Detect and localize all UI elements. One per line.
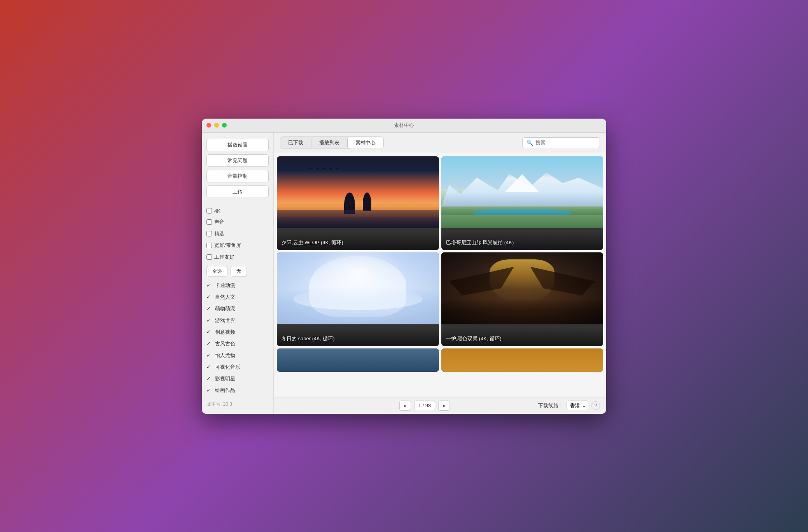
filter-featured[interactable]: 精选 <box>206 229 269 238</box>
grid-item-label-mountain: 巴塔哥尼亚山脉,风景航拍 (4K) <box>441 231 603 250</box>
grid-item-thumbnail-darkwings <box>441 252 603 324</box>
category-pets[interactable]: ✓ 萌物萌宠 <box>206 304 269 313</box>
select-all-button[interactable]: 全选 <box>206 266 227 276</box>
grid-item-sunset[interactable]: ✦ ✦ ✦ ✦ ✦ 夕阳,云虫,WLOP (4K, 循环) <box>277 156 439 250</box>
top-bar: 已下载 播放列表 素材中心 🔍 <box>274 133 606 153</box>
filter-sound[interactable]: 声音 <box>206 218 269 226</box>
playback-settings-button[interactable]: 播放设置 <box>206 139 269 151</box>
category-cartoon[interactable]: ✓ 卡通动漫 <box>206 281 269 290</box>
check-icon: ✓ <box>206 341 213 346</box>
partial-thumbnail-2 <box>441 348 603 372</box>
window-controls <box>206 123 227 128</box>
main-content: 播放设置 常见问题 音量控制 上传 4K 声音 精选 宽屏/带鱼屏 <box>202 133 606 414</box>
category-film[interactable]: ✓ 影视明星 <box>206 374 269 383</box>
help-button[interactable]: ? <box>591 401 600 410</box>
category-beauty[interactable]: ✓ 怡人尤物 <box>206 351 269 360</box>
download-line: 下载线路： 香港 ? <box>538 401 600 410</box>
pagination: « 1 / 98 » <box>399 401 450 411</box>
partial-thumbnail-1 <box>277 348 439 372</box>
titlebar: 素材中心 <box>202 119 606 133</box>
minimize-button[interactable] <box>214 123 219 128</box>
category-creative[interactable]: ✓ 创意视频 <box>206 328 269 336</box>
filter-4k[interactable]: 4K <box>206 207 269 215</box>
check-icon: ✓ <box>206 364 213 370</box>
grid-item-thumbnail-mountain <box>441 156 603 228</box>
bottom-bar: « 1 / 98 » 下载线路： 香港 ? <box>274 397 606 414</box>
select-buttons: 全选 无 <box>206 266 269 276</box>
dress-layer <box>293 288 423 310</box>
download-location-select[interactable]: 香港 <box>567 401 588 410</box>
check-icon: ✓ <box>206 294 213 300</box>
grid-item-partial-2[interactable] <box>441 348 603 372</box>
main-window: 素材中心 播放设置 常见问题 音量控制 上传 4K 声音 精选 宽 <box>202 119 606 414</box>
filter-4k-checkbox[interactable] <box>206 208 212 214</box>
grass-layer <box>441 215 603 228</box>
grid-item-partial-1[interactable] <box>277 348 439 372</box>
check-icon: ✓ <box>206 387 213 393</box>
page-info: 1 / 98 <box>414 401 435 410</box>
maximize-button[interactable] <box>222 123 227 128</box>
download-label: 下载线路： <box>538 402 563 409</box>
filter-sound-checkbox[interactable] <box>206 219 212 225</box>
filter-widescreen-checkbox[interactable] <box>206 243 212 248</box>
prev-page-button[interactable]: « <box>399 401 411 411</box>
next-page-button[interactable]: » <box>438 401 450 411</box>
grid-item-label-princess: 冬日的 saber (4K, 循环) <box>277 327 439 346</box>
grid-item-darkwings[interactable]: 一护,黑色双翼 (4K, 循环) <box>441 252 603 346</box>
filter-widescreen[interactable]: 宽屏/带鱼屏 <box>206 241 269 250</box>
birds-decoration: ✦ ✦ ✦ ✦ ✦ <box>309 167 340 170</box>
filter-work-friendly[interactable]: 工作友好 <box>206 253 269 261</box>
grid-item-label-sunset: 夕阳,云虫,WLOP (4K, 循环) <box>277 231 439 250</box>
volume-control-button[interactable]: 音量控制 <box>206 170 269 182</box>
search-icon: 🔍 <box>526 140 533 146</box>
grid-item-label-darkwings: 一护,黑色双翼 (4K, 循环) <box>441 327 603 346</box>
version-label: 版本号: 20.3 <box>206 398 269 408</box>
check-icon: ✓ <box>206 306 213 312</box>
search-bar: 🔍 <box>522 137 600 148</box>
category-music-visual[interactable]: ✓ 可视化音乐 <box>206 363 269 371</box>
faq-button[interactable]: 常见问题 <box>206 154 269 167</box>
grid-item-thumbnail-princess <box>277 252 439 324</box>
check-icon: ✓ <box>206 329 213 335</box>
category-painting[interactable]: ✓ 绘画作品 <box>206 386 269 395</box>
filter-work-friendly-checkbox[interactable] <box>206 254 212 260</box>
select-none-button[interactable]: 无 <box>231 266 247 276</box>
category-ancient[interactable]: ✓ 古风古色 <box>206 340 269 348</box>
grid-item-thumbnail-sunset: ✦ ✦ ✦ ✦ ✦ <box>277 156 439 228</box>
category-gaming[interactable]: ✓ 游戏世界 <box>206 316 269 325</box>
close-button[interactable] <box>206 123 211 128</box>
tab-group: 已下载 播放列表 素材中心 <box>280 136 384 149</box>
check-icon: ✓ <box>206 317 213 323</box>
figure-2 <box>363 192 371 211</box>
filter-featured-checkbox[interactable] <box>206 231 212 236</box>
fence-decoration <box>277 210 439 228</box>
tab-playlist[interactable]: 播放列表 <box>311 137 347 149</box>
tab-downloaded[interactable]: 已下载 <box>280 137 311 149</box>
sidebar: 播放设置 常见问题 音量控制 上传 4K 声音 精选 宽屏/带鱼屏 <box>202 133 274 414</box>
divider-1 <box>206 201 269 204</box>
upload-button[interactable]: 上传 <box>206 186 269 198</box>
check-icon: ✓ <box>206 376 213 382</box>
search-input[interactable] <box>535 140 596 145</box>
window-title: 素材中心 <box>394 122 414 129</box>
category-nature[interactable]: ✓ 自然人文 <box>206 293 269 301</box>
download-select-wrapper: 香港 <box>567 401 588 410</box>
check-icon: ✓ <box>206 352 213 358</box>
tab-material-center[interactable]: 素材中心 <box>348 137 383 149</box>
check-icon: ✓ <box>206 282 213 288</box>
grid-item-mountain[interactable]: 巴塔哥尼亚山脉,风景航拍 (4K) <box>441 156 603 250</box>
content-area: 已下载 播放列表 素材中心 🔍 ✦ ✦ ✦ ✦ ✦ <box>274 133 606 414</box>
grid-item-princess[interactable]: 冬日的 saber (4K, 循环) <box>277 252 439 346</box>
media-grid: ✦ ✦ ✦ ✦ ✦ 夕阳,云虫,WLOP (4K, 循环) <box>274 153 606 397</box>
